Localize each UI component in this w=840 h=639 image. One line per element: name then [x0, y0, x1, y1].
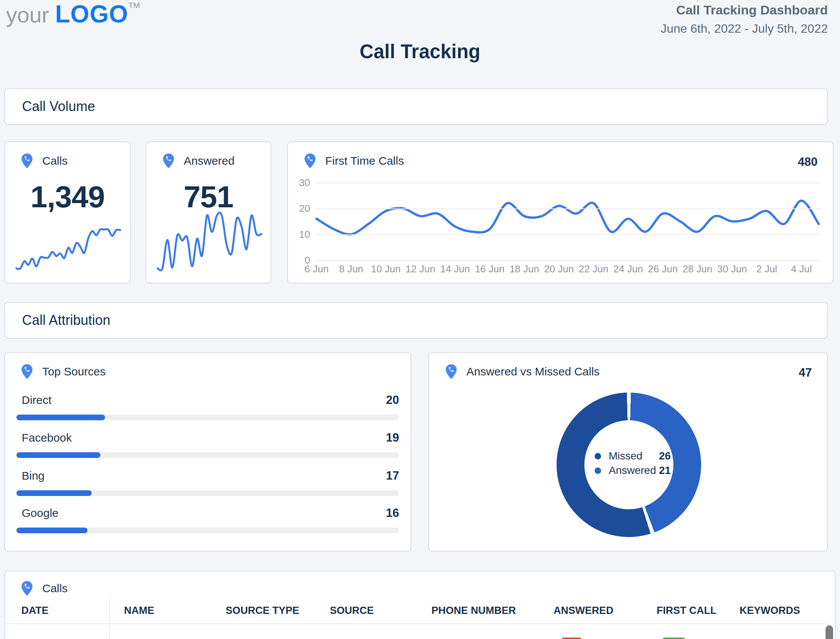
- logo-name: LOGO: [55, 0, 128, 28]
- y-gridline: [315, 208, 821, 209]
- column-header-source: SOURCE: [330, 605, 374, 617]
- source-value: 16: [386, 506, 399, 520]
- source-value: 20: [386, 393, 399, 407]
- answered-badge: [561, 637, 582, 639]
- source-bar-track: [16, 490, 399, 496]
- column-header-first-call: FIRST CALL: [657, 605, 716, 617]
- answered-legend-dot: [595, 467, 601, 474]
- section-title-call-attribution: Call Attribution: [5, 312, 110, 328]
- calls-sparkline-chart: [15, 223, 122, 274]
- x-axis-tick-label: 20 Jun: [544, 263, 574, 275]
- answered-sparkline-chart: [156, 209, 263, 274]
- column-header-keywords: KEYWORDS: [740, 605, 800, 617]
- column-divider: [109, 598, 110, 639]
- report-title: Call Tracking Dashboard: [661, 3, 828, 17]
- x-axis-tick-label: 2 Jul: [756, 263, 777, 275]
- answered-vs-missed-label: Answered vs Missed Calls: [466, 365, 600, 378]
- phone-pin-icon: [21, 580, 33, 596]
- x-axis-tick-label: 30 Jun: [717, 263, 747, 275]
- calls-table-label: Calls: [42, 582, 68, 595]
- brand-logo: your LOGOTM: [6, 0, 140, 28]
- top-sources-label: Top Sources: [42, 365, 106, 378]
- top-sources-card: Top Sources Direct 20 Facebook 19 Bing 1…: [4, 352, 411, 552]
- phone-pin-icon: [445, 364, 457, 380]
- logo-prefix: your: [6, 2, 49, 27]
- section-title-call-volume: Call Volume: [5, 99, 95, 114]
- phone-pin-icon: [162, 153, 175, 169]
- source-bar-fill: [16, 452, 100, 458]
- source-bar-track: [16, 452, 399, 458]
- source-row-google: Google 16: [16, 506, 399, 533]
- source-label: Facebook: [16, 431, 72, 444]
- x-axis-tick-label: 6 Jun: [304, 263, 329, 275]
- source-row-direct: Direct 20: [16, 393, 399, 420]
- report-header: Call Tracking Dashboard June 6th, 2022 -…: [661, 3, 828, 36]
- column-header-date: DATE: [21, 605, 49, 617]
- source-row-facebook: Facebook 19: [16, 431, 399, 458]
- donut-legend: Missed 26 Answered 21: [595, 449, 671, 478]
- answered-legend-label: Answered: [609, 464, 659, 477]
- table-scrollbar-thumb[interactable]: [826, 625, 833, 639]
- answered-card-label: Answered: [184, 154, 234, 167]
- column-header-name: NAME: [124, 605, 154, 617]
- x-axis-tick-label: 24 Jun: [613, 263, 643, 275]
- source-bar-fill: [16, 528, 88, 533]
- answered-vs-missed-donut-chart: Missed 26 Answered 21: [557, 393, 701, 537]
- y-axis-tick-label: 20: [290, 203, 310, 215]
- column-header-answered: ANSWERED: [554, 605, 614, 617]
- x-axis-tick-label: 14 Jun: [440, 263, 470, 275]
- x-axis-tick-label: 22 Jun: [579, 263, 608, 275]
- answered-legend-value: 21: [659, 464, 671, 477]
- x-axis-tick-label: 16 Jun: [475, 263, 504, 275]
- line-series: [315, 180, 824, 262]
- source-label: Google: [16, 507, 59, 520]
- missed-legend-dot: [595, 453, 601, 459]
- x-axis-tick-label: 12 Jun: [406, 263, 435, 275]
- first-time-calls-line-chart: 01020306 Jun8 Jun10 Jun12 Jun14 Jun16 Ju…: [288, 142, 833, 283]
- legend-row-answered: Answered 21: [595, 463, 671, 478]
- y-axis-tick-label: 30: [290, 177, 310, 189]
- x-axis-tick-label: 28 Jun: [682, 263, 712, 275]
- logo-trademark: TM: [128, 1, 140, 10]
- x-axis-tick-label: 26 Jun: [648, 263, 678, 275]
- column-header-phone-number: PHONE NUMBER: [431, 605, 516, 617]
- source-bar-fill: [16, 490, 92, 496]
- source-value: 17: [386, 469, 399, 483]
- x-axis-tick-label: 10 Jun: [371, 263, 401, 275]
- source-value: 19: [386, 431, 399, 445]
- first-call-badge: [662, 637, 686, 639]
- source-bar-track: [16, 415, 399, 420]
- x-axis-tick-label: 18 Jun: [509, 263, 539, 275]
- answered-vs-missed-total: 47: [799, 366, 812, 380]
- phone-pin-icon: [21, 364, 33, 380]
- section-call-volume: Call Volume: [4, 88, 828, 125]
- legend-row-missed: Missed 26: [595, 449, 671, 463]
- page-title: Call Tracking: [0, 40, 840, 63]
- calls-total-value: 1,349: [5, 180, 130, 215]
- report-date-range: June 6th, 2022 - July 5th, 2022: [661, 22, 828, 36]
- source-bar-track: [16, 528, 399, 533]
- column-header-source-type: SOURCE TYPE: [226, 605, 299, 617]
- calls-stat-card: Calls 1,349: [4, 141, 131, 283]
- missed-legend-label: Missed: [609, 450, 659, 462]
- y-gridline: [315, 183, 821, 183]
- section-call-attribution: Call Attribution: [4, 302, 828, 339]
- source-row-bing: Bing 17: [16, 469, 399, 496]
- source-bar-fill: [16, 415, 105, 420]
- phone-pin-icon: [21, 153, 33, 169]
- y-gridline: [315, 234, 821, 235]
- missed-legend-value: 26: [659, 450, 671, 462]
- x-axis-tick-label: 4 Jul: [791, 263, 812, 275]
- x-axis-tick-label: 8 Jun: [339, 263, 363, 275]
- first-time-calls-card: First Time Calls 480 01020306 Jun8 Jun10…: [287, 141, 834, 283]
- source-label: Direct: [16, 394, 51, 407]
- calls-card-label: Calls: [42, 154, 68, 167]
- answered-stat-card: Answered 751: [146, 141, 271, 283]
- y-gridline: [315, 260, 821, 261]
- calls-table-card: Calls DATE NAME SOURCE TYPE SOURCE PHONE…: [4, 571, 836, 639]
- answered-vs-missed-card: Answered vs Missed Calls 47 Missed 26 An…: [428, 352, 828, 552]
- y-axis-tick-label: 10: [290, 229, 310, 240]
- source-label: Bing: [16, 469, 45, 482]
- table-header-row: DATE NAME SOURCE TYPE SOURCE PHONE NUMBE…: [5, 598, 825, 624]
